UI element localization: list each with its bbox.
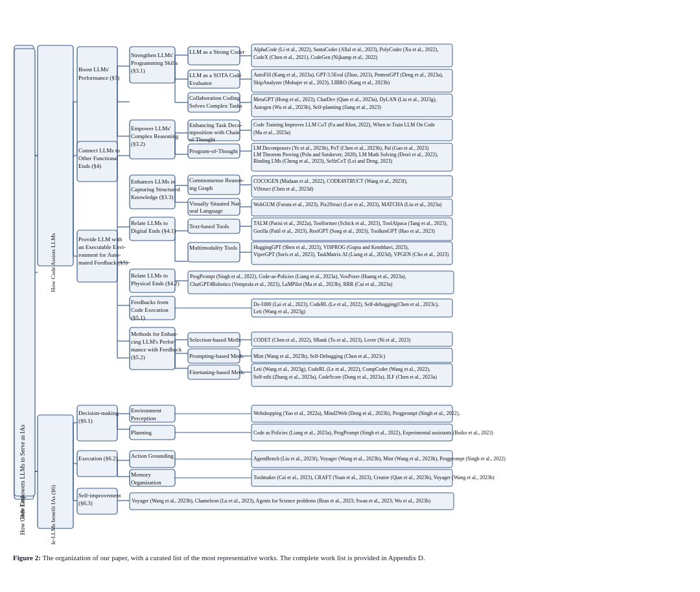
ref-feedbacks-t2: Leti (Wang et al., 2023g) [253, 309, 306, 314]
ref-crg-t1: COCOGEN (Madaan et al., 2022), CODE4STRU… [253, 178, 408, 184]
label-text-tools: Text-based Tools [189, 223, 229, 230]
label-digital: Relate LLMs to [131, 220, 168, 226]
label-cot3: of Thought [189, 136, 216, 143]
ref-si-t1: Voyager (Wang et al., 2023b), Chameleon … [132, 498, 430, 504]
label-decision: Decision-making [78, 410, 119, 416]
label-sel: Selection-based Meth. [189, 337, 241, 343]
label-connect2: Other Functional [78, 155, 119, 161]
ref-planning-t1: Code as Policies (Liang et al., 2023a), … [253, 430, 493, 436]
label-provide: Provide LLM with [78, 236, 122, 243]
label-cot2: mposition with Chain [189, 129, 240, 136]
ref-finetune-t1: Leti (Wang et al., 2023g), CodeRL (Le et… [253, 366, 430, 372]
label-vsnl2: ural Language [189, 207, 223, 214]
label-boost: Boost LLMs' [78, 66, 110, 73]
ref-physical-t2: ChatGPT4Robotics (Vemprala et al., 2023)… [190, 281, 393, 287]
box-boost [77, 47, 117, 157]
ref-multi-tools-t1: HuggingGPT (Shen et al., 2023), VISPROG … [253, 244, 409, 250]
ref-text-tools-t2: Gorilla (Patil et al., 2023), RestGPT (S… [253, 228, 435, 234]
label-finetune: Finetuning-based Meth. [189, 369, 245, 375]
ref-physical-t1: ProgPrompt (Singh et al., 2022), Code-as… [190, 274, 406, 279]
ref-pot-t3: Binding LMs (Cheng et al., 2023), SelfzC… [253, 158, 392, 164]
label-execution: Execution (§6.2) [78, 455, 117, 462]
label-methods2: cing LLM's Perfor- [131, 338, 176, 345]
ref-strong-coder-t1: AlphaCode (Li et al., 2022), SantaCoder … [253, 47, 439, 53]
label-feedbacks3: (§5.1) [131, 314, 145, 321]
ref-mo-t1: Toolmaker (Cai et al., 2023), CRAFT (Yua… [253, 475, 495, 480]
tree-diagram: .node-box { fill: #edf2f8; stroke: #3a5a… [13, 6, 694, 545]
label-self-improve2: (§6.3) [78, 500, 93, 506]
label-multi-tools: Multimodality Tools [189, 244, 237, 251]
root-text: How Code Empowers LLMs to Serve as IAs [19, 425, 26, 535]
label-enhances: Enhances LLMs in [131, 178, 176, 185]
label-cot: Enhancing Task Deco- [189, 122, 242, 128]
label-planning: Planning [131, 429, 152, 436]
ref-crg-t2: ViStruct (Chen et al., 2023d) [253, 186, 314, 192]
label-enhances2: Capturing Structured [131, 186, 180, 193]
label-strengthen2: Programming Skills [131, 60, 178, 66]
label-strengthen: Strengthen LLMs' [131, 52, 174, 58]
ref-collab-t2: Autogen (Wu et al., 2023b), Self-plannin… [253, 104, 381, 110]
label-strengthen3: (§3.1) [131, 67, 145, 74]
label-self-improve: Self-improvement [78, 492, 121, 499]
ref-cot-t2: (Ma et al., 2023a) [253, 130, 290, 136]
label-methods: Methods for Enhan- [131, 331, 178, 337]
caption-text: The organization of our paper, with a cu… [42, 554, 425, 562]
ref-sel-t1: CODET (Chen et al., 2022), SRank (To et … [253, 337, 411, 343]
label-feedbacks2: Code Execution [131, 307, 169, 313]
ref-prompt-t1: Mint (Wang et al., 2023h), Self-Debuggin… [253, 353, 386, 359]
ref-text-tools-t1: TALM (Parisi et al., 2022a), Toolformer … [253, 220, 447, 226]
label-env-perception2: Perception [131, 415, 156, 421]
label-boost2: Performance (§3) [78, 75, 119, 81]
label-physical: Relate LLMs to [131, 272, 168, 279]
label-how-code-assists: How Code Assists LLMs [50, 233, 56, 292]
ref-feedbacks-t1: Ds-1000 (Lai et al., 2023), CodeRL (Le e… [253, 302, 439, 307]
ref-pot-t2: LM Theorem Proving (Polu and Sutskever, … [253, 152, 438, 158]
label-provide2: an Executable Envi- [78, 244, 126, 250]
label-feedbacks: Feedbacks from [131, 299, 169, 305]
label-provide3: ronment for Auto- [78, 252, 121, 258]
label-decision2: (§6.1) [78, 418, 93, 424]
label-empower: Empower LLMs' [131, 125, 171, 132]
label-collab: Collaboration Coding [189, 95, 240, 101]
label-empower2: Complex Reasoning [131, 133, 179, 139]
ref-collab-t1: MetaGPT (Hong et al., 2023), ChatDev (Qi… [253, 97, 437, 102]
label-vsnl: Visually Situated Nat- [189, 200, 241, 207]
figure-caption: Figure 2: The organization of our paper,… [13, 552, 674, 563]
label-physical2: Physical Ends (§4.2) [131, 280, 180, 287]
ref-pot-t1: LM Decomposers (Ye et al., 2023b), PoT (… [253, 145, 429, 151]
diagram-container: .node-box { fill: #edf2f8; stroke: #3a5a… [13, 6, 687, 563]
label-crg: Commonsense Reason- [189, 177, 244, 184]
label-memory-org: Memory [131, 471, 151, 478]
ref-env-t1: Webshopping (Yao et al., 2022a), Mind2We… [253, 410, 460, 416]
label-connect: Connect LLMs to [78, 147, 120, 154]
label-prompt: Prompting-based Meth. [189, 353, 244, 359]
label-how-code-llms: How Code-LLMs benefit IAs (§6) [50, 485, 56, 545]
label-connect3: Ends (§4) [78, 163, 101, 169]
label-empower3: (§3.2) [131, 141, 145, 147]
label-env-perception: Environment [131, 407, 161, 414]
ref-cot-t1: Code Training Improves LLM CoT (Fu and K… [253, 122, 436, 128]
label-memory-org2: Organization [131, 479, 161, 486]
label-methods3: mance with Feedback [131, 346, 182, 353]
label-methods4: (§5.2) [131, 354, 145, 361]
caption-label: Figure 2: [13, 554, 41, 562]
ref-multi-tools-t2: ViperGPT (Surís et al., 2023), TaskMatri… [253, 252, 449, 257]
label-sota: LLM as a SOTA Code [189, 72, 242, 78]
ref-strong-coder-t2: CodeX (Chen et al., 2021), CodeGen (Nijk… [253, 54, 378, 60]
box-how-code-assists [38, 45, 73, 266]
ref-ag-t1: AgentBench (Liu et al., 2023f), Voyager … [253, 456, 506, 462]
label-digital2: Digital Ends (§4.1) [131, 228, 176, 234]
label-collab2: Solves Complex Tasks [189, 102, 242, 109]
box-execution [77, 451, 117, 477]
label-strong-coder: LLM as a Strong Coder [189, 49, 245, 55]
label-enhances3: Knowledge (§3.3) [131, 194, 173, 200]
ref-sota-t1: AutoFill (Kang et al., 2023a), GPT-3.5Ev… [253, 72, 443, 78]
label-pot: Program-of-Thought [189, 148, 238, 154]
label-crg2: ing Graph [189, 185, 213, 191]
label-sota2: Evaluator [189, 80, 212, 86]
ref-vsnl-t1: WebGUM (Furuta et al., 2023), Pix2Struct… [253, 202, 442, 207]
ref-sota-t2: SkipAnalyzer (Mohajer et al., 2023), LIB… [253, 80, 390, 86]
label-action-grounding: Action Grounding [131, 453, 174, 459]
ref-finetune-t2: Self-edit (Zhang et al., 2023a), CodeSco… [253, 374, 437, 380]
